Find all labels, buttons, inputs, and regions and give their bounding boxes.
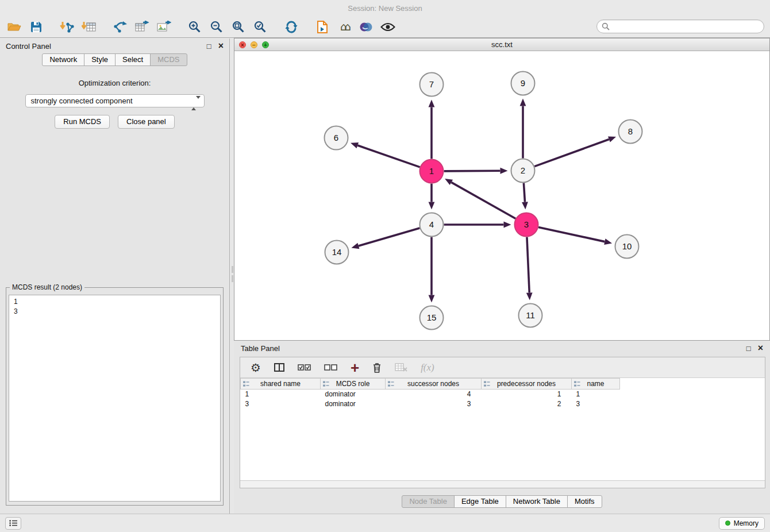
minimize-window-button[interactable]: − (251, 41, 257, 48)
tab-node-table[interactable]: Node Table (402, 495, 455, 508)
column-header-mcds-role[interactable]: MCDS role (321, 379, 386, 390)
deselect-all-button[interactable] (324, 364, 337, 371)
table-settings-button[interactable]: ⚙ (251, 362, 261, 373)
table-cell[interactable]: 4 (386, 390, 482, 399)
table-header-row: shared nameMCDS rolesuccessor nodesprede… (241, 379, 765, 390)
zoom-fit-button[interactable] (228, 18, 249, 36)
network-node-6[interactable]: 6 (325, 126, 348, 150)
column-header-predecessor-nodes[interactable]: predecessor nodes (482, 379, 572, 390)
gear-icon: ⚙ (251, 362, 261, 373)
table-cell[interactable]: 1 (572, 390, 620, 399)
search-box[interactable] (596, 20, 764, 33)
node-label: 4 (429, 219, 434, 229)
network-window-titlebar[interactable]: × − + scc.txt (234, 38, 769, 51)
network-node-10[interactable]: 10 (615, 235, 639, 259)
export-network-button[interactable] (109, 18, 131, 36)
import-table-button[interactable] (78, 18, 100, 36)
zoom-selected-button[interactable] (249, 18, 271, 36)
network-canvas[interactable]: 7968124314101511 (234, 51, 769, 340)
close-window-button[interactable]: × (239, 41, 246, 48)
close-panel-button-mcds[interactable]: Close panel (118, 115, 175, 129)
tab-edge-table[interactable]: Edge Table (454, 495, 506, 508)
network-edge-1-6[interactable] (357, 145, 419, 167)
control-panel: Control Panel □ × NetworkStyleSelectMCDS… (0, 38, 230, 514)
table-cell[interactable]: 1 (241, 390, 321, 399)
save-session-button[interactable] (25, 18, 47, 36)
select-all-button[interactable] (298, 364, 311, 371)
optimization-criterion-select[interactable]: strongly connected component (25, 94, 205, 107)
search-input[interactable] (613, 22, 759, 31)
network-node-11[interactable]: 11 (519, 304, 542, 327)
network-node-8[interactable]: 8 (619, 120, 642, 144)
network-node-3[interactable]: 3 (515, 213, 538, 237)
table-horizontal-scrollbar[interactable] (240, 480, 765, 488)
close-table-panel-button[interactable]: × (758, 344, 763, 353)
table-cell-filler (620, 390, 765, 399)
float-panel-button[interactable]: □ (207, 43, 211, 50)
cybrowser-home-button[interactable]: ⌂⌂ (333, 18, 355, 36)
mcds-result-line: 3 (14, 307, 215, 317)
network-node-14[interactable]: 14 (325, 241, 349, 264)
node-label: 1 (429, 166, 434, 176)
table-cell[interactable]: 3 (572, 399, 620, 409)
export-web-page-button[interactable] (311, 18, 333, 36)
show-columns-button[interactable] (274, 363, 284, 372)
network-node-7[interactable]: 7 (420, 73, 444, 97)
table-cell[interactable]: 3 (386, 399, 482, 409)
network-node-9[interactable]: 9 (511, 72, 535, 95)
export-image-button[interactable] (153, 18, 175, 36)
network-node-15[interactable]: 15 (420, 306, 444, 330)
network-node-2[interactable]: 2 (511, 159, 535, 183)
add-row-button[interactable]: + (351, 362, 359, 373)
network-edge-3-1[interactable] (451, 182, 515, 218)
show-hide-button[interactable] (377, 18, 399, 36)
table-cell[interactable]: 1 (482, 390, 572, 399)
network-edge-4-14[interactable] (359, 228, 419, 246)
float-table-panel-button[interactable]: □ (746, 345, 751, 352)
run-mcds-button[interactable]: Run MCDS (55, 115, 110, 129)
network-edge-3-11[interactable] (527, 237, 529, 292)
apply-preferred-layout-button[interactable] (280, 18, 302, 36)
column-header-successor-nodes[interactable]: successor nodes (386, 379, 482, 390)
tab-motifs[interactable]: Motifs (567, 495, 602, 508)
table-cell[interactable]: dominator (321, 390, 386, 399)
edge-arrowhead (522, 202, 528, 209)
open-session-button[interactable] (3, 18, 25, 36)
mcds-result-line: 1 (14, 297, 215, 307)
network-node-4[interactable]: 4 (420, 213, 444, 237)
delete-row-button[interactable] (372, 363, 382, 373)
tab-network-table[interactable]: Network Table (506, 495, 568, 508)
network-edge-1-2[interactable] (444, 171, 500, 171)
table-cell[interactable]: 2 (482, 399, 572, 409)
network-node-1[interactable]: 1 (420, 160, 444, 183)
column-header-shared-name[interactable]: shared name (241, 379, 321, 390)
edge-arrowhead (608, 136, 616, 142)
mcds-result-list[interactable]: 13 (9, 295, 221, 502)
import-network-button[interactable] (56, 18, 78, 36)
task-history-button[interactable] (5, 517, 21, 530)
network-edge-3-10[interactable] (538, 228, 605, 242)
network-edge-2-3[interactable] (523, 183, 525, 202)
folder-open-icon (7, 21, 22, 33)
function-builder-button[interactable]: f(x) (421, 362, 434, 373)
network-edge-2-8[interactable] (534, 139, 609, 166)
tab-mcds[interactable]: MCDS (150, 53, 187, 66)
table-row[interactable]: 3dominator323 (241, 399, 765, 409)
delete-table-button[interactable] (395, 363, 407, 372)
table-cell[interactable]: 3 (241, 399, 321, 409)
zoom-out-button[interactable] (206, 18, 228, 36)
tab-select[interactable]: Select (115, 53, 151, 66)
column-header-label: name (587, 380, 604, 388)
table-row[interactable]: 1dominator411 (241, 390, 765, 399)
zoom-in-button[interactable] (184, 18, 206, 36)
export-table-button[interactable] (131, 18, 153, 36)
table-cell[interactable]: dominator (321, 399, 386, 409)
zoom-window-button[interactable]: + (262, 41, 269, 48)
close-panel-button[interactable]: × (218, 41, 224, 51)
tab-network[interactable]: Network (42, 53, 84, 66)
column-header-name[interactable]: name (572, 379, 620, 390)
graphics-details-button[interactable] (355, 18, 377, 36)
edge-arrowhead (351, 142, 359, 148)
tab-style[interactable]: Style (84, 53, 116, 66)
memory-button[interactable]: Memory (719, 517, 765, 530)
